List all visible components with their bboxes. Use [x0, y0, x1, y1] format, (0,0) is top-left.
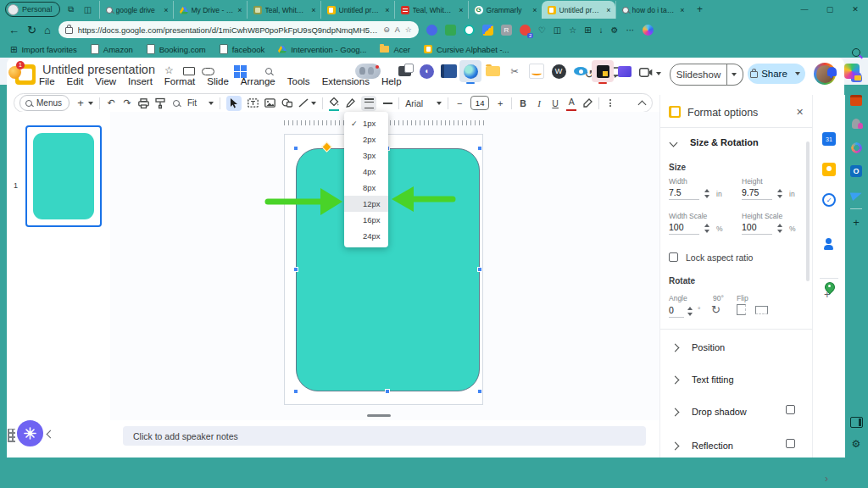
url-field[interactable]: https://docs.google.com/presentation/d/1…: [58, 21, 419, 38]
sidebar-settings-gear-icon[interactable]: ⚙: [849, 437, 863, 451]
more-options-button[interactable]: [605, 97, 615, 110]
bookmark-facebook[interactable]: facebook: [220, 44, 265, 54]
bookmark-amazon[interactable]: Amazon: [91, 44, 133, 54]
read-aloud-icon[interactable]: A: [395, 25, 400, 34]
bookmark-acer[interactable]: Acer: [380, 45, 410, 54]
taskbar-app-word[interactable]: [437, 60, 459, 82]
insert-line-button[interactable]: [298, 98, 316, 108]
copilot-icon[interactable]: [643, 25, 654, 36]
lock-aspect-ratio-checkbox[interactable]: [669, 252, 678, 262]
taskbar-app-wallet[interactable]: [614, 60, 636, 82]
select-tool-button[interactable]: [226, 96, 242, 111]
menu-item-2px[interactable]: 2px: [344, 131, 388, 147]
redo-icon[interactable]: ↷: [122, 97, 132, 110]
border-color-button[interactable]: [345, 97, 355, 110]
fill-color-button[interactable]: [329, 95, 339, 111]
border-dash-button[interactable]: [382, 97, 392, 110]
menu-item-4px[interactable]: 4px: [344, 164, 388, 180]
tray-colorful-app-icon[interactable]: [841, 60, 863, 82]
star-document-icon[interactable]: ☆: [164, 64, 174, 76]
rotate-90-icon[interactable]: ↻: [711, 303, 721, 316]
start-button[interactable]: [229, 60, 251, 82]
flip-horizontal-icon[interactable]: [737, 304, 746, 315]
taskbar-app-file-explorer[interactable]: [481, 60, 504, 82]
width-scale-input[interactable]: 100: [669, 222, 699, 235]
menu-format[interactable]: Format: [164, 75, 195, 87]
text-box-button[interactable]: [248, 97, 259, 110]
handle-bottom-middle[interactable]: [385, 389, 390, 394]
extension-red-icon[interactable]: 2: [520, 25, 531, 36]
menu-item-16px[interactable]: 16px: [344, 212, 388, 228]
width-input[interactable]: 7.5: [669, 187, 699, 200]
section-size-rotation[interactable]: Size & Rotation: [670, 137, 759, 147]
menu-item-1px[interactable]: ✓ 1px: [344, 115, 388, 131]
height-stepper[interactable]: [777, 189, 782, 198]
width-stepper[interactable]: [704, 189, 709, 198]
extension-green-icon[interactable]: [445, 25, 456, 36]
tab-my-drive[interactable]: My Drive - Go... ×: [173, 1, 247, 19]
keep-icon[interactable]: [822, 163, 836, 176]
maximize-button[interactable]: ▢: [817, 0, 843, 19]
handle-bottom-left[interactable]: [293, 389, 298, 394]
bookmark-booking[interactable]: Booking.com: [147, 44, 206, 54]
tab-google-drive[interactable]: google drive ×: [99, 1, 173, 19]
height-scale-input[interactable]: 100: [742, 222, 772, 235]
menu-file[interactable]: File: [39, 75, 55, 87]
tab-close-icon[interactable]: ×: [236, 6, 242, 14]
new-tab-button[interactable]: +: [694, 3, 706, 15]
handle-top-left[interactable]: [293, 146, 298, 151]
reflection-checkbox[interactable]: [786, 439, 795, 448]
menu-item-12px[interactable]: 12px: [344, 196, 388, 212]
grammarly-widget[interactable]: [17, 420, 43, 446]
calendar-icon[interactable]: 31: [822, 132, 836, 146]
panel-scrollbar[interactable]: [806, 141, 810, 281]
taskbar-app-amazon[interactable]: [526, 60, 548, 82]
settings-more-icon[interactable]: ⋯: [626, 25, 635, 35]
collapse-side-panel-chevron[interactable]: ›: [825, 473, 828, 485]
increase-font-button[interactable]: +: [495, 97, 505, 110]
split-screen-icon[interactable]: ◫: [554, 25, 561, 35]
home-icon[interactable]: ⌂: [44, 25, 51, 36]
bookmark-intervention[interactable]: Intervention - Goog...: [278, 45, 366, 54]
handle-top-right[interactable]: [477, 146, 482, 151]
extension-teal-icon[interactable]: [464, 25, 475, 36]
menu-item-3px[interactable]: 3px: [344, 147, 388, 164]
font-size-field[interactable]: 14: [470, 96, 489, 110]
document-title[interactable]: Untitled presentation: [42, 63, 155, 76]
angle-stepper[interactable]: [687, 307, 693, 316]
sidebar-add-button[interactable]: +: [849, 215, 863, 229]
browser-essentials-icon[interactable]: ♡: [538, 25, 546, 35]
tab-close-icon[interactable]: ×: [531, 6, 537, 14]
collapse-toolbar-button[interactable]: [637, 97, 647, 110]
chat-button[interactable]: ◖: [415, 60, 437, 82]
border-weight-button[interactable]: [361, 96, 376, 111]
extension-blue-icon[interactable]: [426, 25, 437, 36]
tab-untitled-1[interactable]: Untitled prese... ×: [320, 1, 394, 19]
tab-teal-template-2[interactable]: Teal, White an... ×: [394, 1, 468, 19]
taskbar-app-notes[interactable]: [592, 60, 614, 82]
favorites-icon[interactable]: ☆: [569, 25, 576, 35]
taskbar-app-edge[interactable]: [459, 60, 481, 82]
tab-close-icon[interactable]: ×: [679, 6, 685, 14]
height-input[interactable]: 9.75: [742, 187, 772, 200]
section-text-fitting[interactable]: Text fitting: [672, 374, 734, 385]
slideshow-dropdown-button[interactable]: [726, 64, 743, 86]
share-dropdown-button[interactable]: [790, 64, 805, 84]
share-button[interactable]: Share: [748, 64, 790, 84]
get-add-ons-button[interactable]: +: [824, 288, 831, 301]
taskbar-app-wordpress[interactable]: W: [548, 60, 570, 82]
task-view-button[interactable]: [393, 60, 415, 82]
notes-resize-handle[interactable]: [367, 414, 391, 417]
text-color-button[interactable]: A: [566, 95, 576, 111]
font-family-select[interactable]: Arial: [405, 98, 442, 108]
zoom-icon[interactable]: [173, 100, 180, 107]
menu-edit[interactable]: Edit: [67, 75, 84, 87]
slideshow-button[interactable]: Slideshow: [670, 64, 727, 86]
decrease-font-button[interactable]: −: [454, 97, 465, 110]
section-position[interactable]: Position: [672, 342, 725, 352]
browser-profile-button[interactable]: Personal: [5, 2, 60, 17]
section-reflection[interactable]: Reflection: [672, 441, 733, 451]
sidebar-drop-icon[interactable]: [849, 188, 863, 202]
drag-grip-icon[interactable]: [8, 429, 15, 442]
extensions-icon[interactable]: ⚙: [611, 25, 619, 35]
